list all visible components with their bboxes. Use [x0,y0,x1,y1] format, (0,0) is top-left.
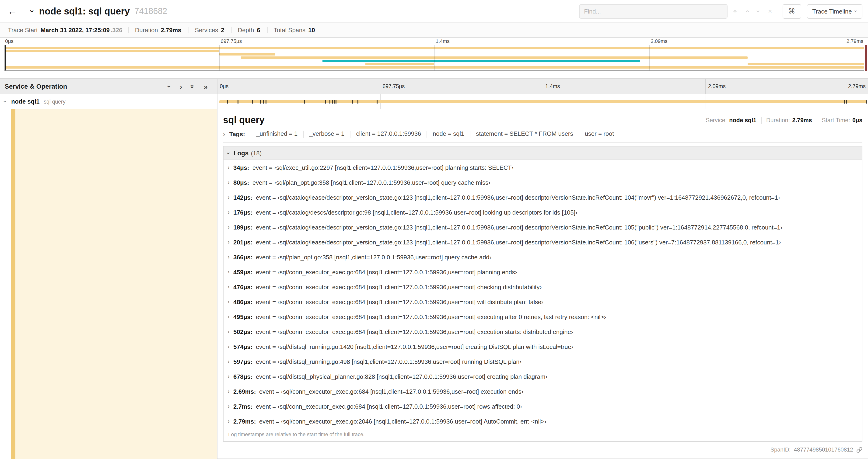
log-entry-row[interactable]: › 678μs: event = ‹sql/distsql_physical_p… [223,369,862,384]
log-entry-row[interactable]: › 597μs: event = ‹sql/distsql_running.go… [223,354,862,369]
log-timestamp: 189μs: [233,224,252,231]
chevron-right-icon[interactable]: › [228,314,229,320]
back-arrow-icon[interactable]: ← [7,6,22,17]
span-name-cell[interactable]: › node sql1 sql query [0,94,217,109]
chevron-right-icon[interactable]: › [228,195,229,200]
log-entry-row[interactable]: › 574μs: event = ‹sql/distsql_running.go… [223,339,862,354]
meta-label: Duration: [766,117,790,123]
log-entry-row[interactable]: › 176μs: event = ‹sql/catalog/descs/desc… [223,205,862,220]
log-entry-row[interactable]: › 201μs: event = ‹sql/catalog/lease/desc… [223,235,862,250]
log-timestamp: 495μs: [233,313,252,320]
tag-item: client = 127.0.0.1:59936 [350,131,427,138]
chevron-right-icon[interactable]: › [180,83,182,90]
summary-item: Total Spans 10 [267,27,322,33]
minimap-span-bar [220,53,275,56]
chevron-right-icon[interactable]: › [228,269,229,275]
gridline [434,45,435,70]
log-event-text: event = ‹sql/conn_executor_exec.go:684 [… [256,298,543,305]
chevron-down-icon[interactable]: › [226,152,232,154]
log-entry-row[interactable]: › 486μs: event = ‹sql/conn_executor_exec… [223,294,862,309]
chevron-right-icon[interactable]: › [228,179,229,185]
chevron-down-icon[interactable]: › [166,85,174,88]
log-entry-row[interactable]: › 34μs: event = ‹sql/exec_util.go:2297 [… [223,160,862,175]
tag-item: _unfinished = 1 [251,131,303,138]
minimap-canvas[interactable] [4,45,864,71]
log-marker-tick [865,100,866,104]
chevron-down-icon[interactable]: › [752,8,764,14]
log-marker-tick [326,100,327,104]
chevron-right-icon[interactable]: › [228,359,229,364]
meta-value: 2.79ms [792,117,812,123]
trace-minimap: 0μs 697.75μs 1.4ms 2.09ms 2.79ms [4,38,864,71]
chevron-right-icon[interactable]: › [228,418,229,424]
tag-item: _verbose = 1 [303,131,350,138]
span-color-accent [11,109,16,459]
chevron-right-icon[interactable]: › [228,344,229,349]
log-entry-row[interactable]: › 476μs: event = ‹sql/conn_executor_exec… [223,280,862,294]
log-entry-row[interactable]: › 495μs: event = ‹sql/conn_executor_exec… [223,309,862,324]
chevron-right-icon[interactable]: › [228,299,229,305]
log-timestamp: 574μs: [233,343,252,350]
chevron-right-icon[interactable]: › [228,165,229,170]
clear-icon[interactable]: × [764,8,776,14]
timeline-header: Service & Operation › › » » 0μs 697.75μs… [0,78,868,94]
find-input[interactable] [579,4,727,19]
log-entry-row[interactable]: › 459μs: event = ‹sql/conn_executor_exec… [223,264,862,280]
chevron-down-icon[interactable]: › [2,101,8,102]
log-event-text: event = ‹sql/conn_executor_exec.go:684 [… [256,283,541,290]
log-entry-row[interactable]: › 502μs: event = ‹sql/conn_executor_exec… [223,324,862,339]
log-marker-tick [336,100,337,104]
double-chevron-right-icon[interactable]: » [204,83,208,90]
span-detail-panel: sql query Service: node sql1 Duration: 2… [217,109,868,459]
chevron-right-icon[interactable]: › [228,254,229,260]
logs-header[interactable]: › Logs (18) [223,146,862,160]
chevron-right-icon[interactable]: › [223,131,225,137]
log-entry-row[interactable]: › 366μs: event = ‹sql/plan_opt.go:358 [n… [223,250,862,264]
gridline [220,45,220,70]
chevron-right-icon[interactable]: › [228,239,229,245]
log-entry-row[interactable]: › 2.7ms: event = ‹sql/conn_executor_exec… [223,399,862,414]
span-row[interactable]: › node sql1 sql query [0,94,868,109]
span-timeline-cell [217,94,868,109]
summary-label: Trace Start [8,27,38,33]
log-entry-row[interactable]: › 2.79ms: event = ‹sql/conn_executor_exe… [223,414,862,429]
crosshair-icon[interactable]: ⌖ [729,8,741,14]
minimap-left-scrubber[interactable] [5,45,6,70]
log-timestamp: 597μs: [233,358,252,365]
log-marker-tick [263,100,264,104]
log-entry-row[interactable]: › 2.69ms: event = ‹sql/conn_executor_exe… [223,384,862,399]
chevron-right-icon[interactable]: › [228,224,229,230]
minimap-span-bar [322,60,640,62]
tag-item: statement = SELECT * FROM users [470,131,579,138]
chevron-up-icon[interactable]: › [741,8,752,14]
time-tick-label: 697.75μs [380,79,543,94]
time-tick-label: 0μs [5,38,13,44]
chevron-right-icon[interactable]: › [228,374,229,379]
scrollbar-thumb[interactable] [865,45,867,71]
log-entry-row[interactable]: › 80μs: event = ‹sql/plan_opt.go:358 [ns… [223,175,862,190]
link-icon[interactable] [856,447,862,453]
meta-value: node sql1 [729,117,756,123]
keyboard-shortcuts-button[interactable]: ⌘ [782,4,801,19]
chevron-right-icon[interactable]: › [228,389,229,394]
tags-accordion[interactable]: › Tags: _unfinished = 1_verbose = 1clien… [223,131,862,143]
span-bar[interactable] [219,100,867,103]
log-marker-tick [227,100,228,104]
timeline-collapser: › › » » [169,83,208,90]
double-chevron-down-icon[interactable]: » [189,85,196,88]
chevron-right-icon[interactable]: › [228,209,229,215]
log-event-text: event = ‹sql/conn_executor_exec.go:684 [… [256,313,606,320]
log-entry-row[interactable]: › 189μs: event = ‹sql/catalog/lease/desc… [223,220,862,235]
chevron-right-icon[interactable]: › [228,284,229,290]
logs-list: › 34μs: event = ‹sql/exec_util.go:2297 [… [223,160,862,429]
minimap-span-bar [5,50,220,52]
summary-value: 2 [221,27,224,33]
chevron-right-icon[interactable]: › [228,329,229,334]
log-entry-row[interactable]: › 142μs: event = ‹sql/catalog/lease/desc… [223,190,862,205]
chevron-right-icon[interactable]: › [228,403,229,409]
trace-view-selector[interactable]: Trace Timeline › [807,4,862,19]
chevron-down-icon[interactable]: › [28,10,37,12]
log-event-text: event = ‹sql/distsql_running.go:1420 [ns… [256,343,573,350]
span-id-row: SpanID: 4877749850101760812 [223,447,862,453]
log-event-text: event = ‹sql/catalog/lease/descriptor_ve… [256,224,782,231]
